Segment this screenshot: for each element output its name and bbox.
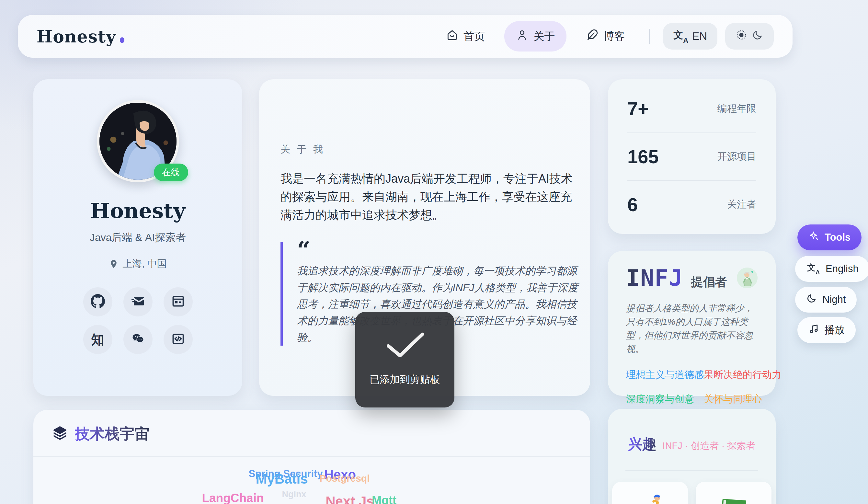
tech-word[interactable]: Next.Js (326, 494, 374, 504)
tools-fab-button[interactable]: Tools (797, 225, 861, 250)
interests-card: 兴趣 INFJ · 创造者 · 探索者 (608, 409, 776, 504)
interest-tile-reading (696, 482, 772, 504)
tech-word[interactable]: Postgresql (319, 473, 370, 484)
stat-label: 编程年限 (717, 102, 756, 115)
tech-stack-card: 技术栈宇宙 Spring Security MyBatis Hexo Postg… (33, 410, 590, 504)
trait-item: 理想主义与道德感 (626, 368, 704, 382)
personality-description: 提倡者人格类型的人非常稀少，只有不到1%的人口属于这种类型，但他们对世界的贡献不… (626, 301, 757, 356)
stat-row: 165 开源项目 (627, 133, 756, 181)
about-section-label: 关 于 我 (280, 143, 569, 156)
quote-mark-icon: “ (297, 242, 569, 258)
stat-row: 6 关注者 (627, 180, 756, 228)
code-window-icon (171, 332, 185, 347)
github-link[interactable] (83, 287, 112, 317)
interests-title: 兴趣 (628, 435, 657, 454)
trait-item: 深度洞察与创意 (626, 393, 704, 406)
sun-icon (735, 29, 747, 43)
theme-toggle[interactable] (725, 23, 774, 50)
newspaper-icon (171, 294, 185, 310)
blog-link[interactable] (164, 287, 193, 317)
nav-item-home[interactable]: 首页 (434, 21, 496, 51)
zhihu-icon: 知 (91, 331, 104, 349)
wechat-link[interactable] (123, 325, 153, 354)
top-navbar: Honesty 首页 关于 (18, 15, 793, 58)
check-icon (381, 330, 429, 360)
music-note-icon (808, 323, 819, 337)
profile-role: Java后端 & AI探索者 (33, 230, 242, 245)
profile-name: Honesty (33, 198, 242, 223)
toast-message: 已添加到剪贴板 (370, 373, 440, 387)
translate-icon: 文A (807, 263, 819, 274)
divider (626, 470, 758, 471)
nav-item-about[interactable]: 关于 (504, 21, 567, 51)
night-label: Night (822, 294, 846, 306)
online-status-badge: 在线 (154, 164, 188, 181)
stat-label: 关注者 (727, 198, 756, 211)
zhihu-link[interactable]: 知 (83, 325, 112, 354)
tech-word[interactable]: Mqtt (372, 494, 396, 504)
play-label: 播放 (825, 323, 845, 337)
nav-divider (649, 29, 650, 44)
interest-tile-cycling (612, 482, 688, 504)
nav-item-label: 关于 (534, 29, 555, 44)
night-mode-fab-button[interactable]: Night (795, 287, 857, 312)
home-icon (446, 29, 458, 44)
advocate-mascot-icon (737, 268, 757, 288)
wechat-icon (131, 332, 145, 347)
clipboard-toast: 已添加到剪贴板 (355, 312, 454, 408)
moon-icon (752, 29, 763, 43)
feather-icon (586, 29, 598, 44)
language-switch-button[interactable]: 文A EN (663, 23, 717, 50)
books-icon (714, 490, 753, 504)
brand-name: Honesty (37, 27, 116, 46)
interest-tiles (608, 482, 776, 504)
nav-item-label: 博客 (603, 29, 625, 44)
personality-header: INFJ 提倡者 (626, 265, 757, 291)
stat-label: 开源项目 (717, 150, 756, 163)
brand-dot (120, 37, 124, 43)
music-play-fab-button[interactable]: 播放 (797, 317, 856, 343)
personality-subtitle: 提倡者 (691, 274, 727, 290)
sparkle-icon (808, 230, 819, 244)
personality-traits: 理想主义与道德感 果断决绝的行动力 深度洞察与创意 关怀与同理心 (626, 368, 757, 406)
about-paragraph: 我是一名充满热情的Java后端开发工程师，专注于AI技术的探索与应用。来自湖南，… (280, 170, 574, 224)
tech-word[interactable]: LangChain (202, 491, 264, 504)
english-fab-button[interactable]: 文A English (795, 256, 868, 282)
tech-word[interactable]: Nginx (282, 490, 306, 500)
trait-item: 果断决绝的行动力 (704, 368, 782, 382)
email-send-icon (131, 294, 145, 310)
interests-subtitle: INFJ · 创造者 · 探索者 (663, 440, 756, 453)
github-icon (91, 294, 105, 310)
nav-item-label: 首页 (464, 29, 485, 44)
tech-word-cloud: Spring Security MyBatis Hexo Postgresql … (33, 410, 590, 504)
moon-icon (806, 293, 817, 306)
tools-label: Tools (825, 232, 850, 243)
interests-header: 兴趣 INFJ · 创造者 · 探索者 (608, 435, 776, 454)
map-pin-icon (109, 259, 118, 269)
english-label: English (826, 263, 859, 275)
profile-location: 上海, 中国 (33, 257, 242, 270)
trait-item: 关怀与同理心 (704, 393, 782, 406)
tech-word[interactable]: MyBatis (256, 471, 308, 487)
nav-item-blog[interactable]: 博客 (574, 21, 637, 51)
language-label: EN (692, 30, 707, 42)
stats-card: 7+ 编程年限 165 开源项目 6 关注者 (608, 79, 776, 234)
translate-icon: 文A (673, 30, 688, 43)
stat-value: 6 (627, 194, 638, 215)
stat-row: 7+ 编程年限 (627, 85, 756, 133)
email-link[interactable] (123, 287, 153, 317)
brand-logo[interactable]: Honesty (37, 27, 124, 46)
profile-card: 在线 Honesty Java后端 & AI探索者 上海, 中国 知 (33, 79, 242, 396)
personality-type: INFJ (626, 265, 683, 291)
social-links: 知 (33, 287, 242, 354)
code-link[interactable] (164, 325, 193, 354)
stat-value: 165 (627, 146, 659, 167)
nav-menu: 首页 关于 博客 文A EN (434, 21, 774, 51)
personality-card: INFJ 提倡者 提倡者人格类型的人非常稀少，只有不到1%的人口属于这种类型，但… (608, 251, 776, 396)
user-icon (516, 29, 528, 44)
cycling-icon (631, 490, 669, 504)
stat-value: 7+ (627, 98, 649, 120)
